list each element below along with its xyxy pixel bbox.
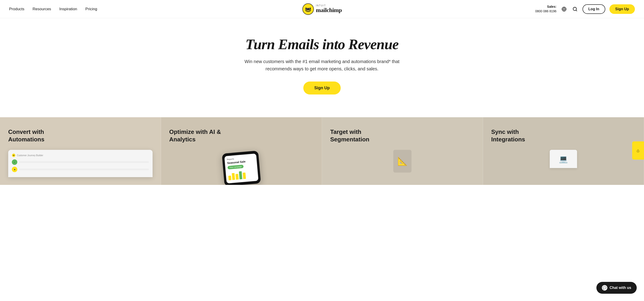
chart-bar-1	[228, 176, 232, 180]
feature-title-integrations: Sync with Integrations	[491, 128, 550, 143]
nav-right: Sales: 0800 086 8196 Log In Sign Up	[535, 4, 635, 14]
automation-step-2-icon: ★	[12, 167, 17, 172]
chart-bar-4	[239, 171, 242, 180]
nav-link-inspiration[interactable]: Inspiration	[59, 7, 77, 12]
automation-step-2-bar	[19, 168, 149, 170]
nav-link-resources[interactable]: Resources	[32, 7, 51, 12]
automation-step-1-icon: ✓	[12, 160, 17, 165]
segmentation-mockup: 📐	[330, 150, 474, 172]
features-section: Convert with Automations Customer Journe…	[0, 117, 644, 185]
globe-button[interactable]	[561, 6, 568, 12]
side-action-icon: ⌂	[637, 148, 640, 153]
ai-phone-mockup: Reports Seasonal Sale View campaign	[222, 151, 261, 185]
hero-section: Turn Emails into Revenue Win new custome…	[0, 18, 644, 117]
feature-card-integrations: Sync with Integrations 💻	[483, 117, 644, 185]
hero-title: Turn Emails into Revenue	[246, 36, 398, 52]
automations-mockup: Customer Journey Builder ✓ ★	[8, 150, 152, 177]
side-action-button[interactable]: ⌂	[632, 142, 644, 160]
svg-line-13	[576, 10, 577, 11]
integrations-icon: 💻	[550, 150, 577, 168]
nav-left: ProductsResourcesInspirationPricing	[9, 7, 97, 12]
mockup-logo-icon	[12, 154, 16, 157]
chart-bar-3	[236, 174, 239, 180]
automations-mockup-row2: ★	[12, 167, 149, 172]
sales-info: Sales: 0800 086 8196	[535, 4, 556, 14]
automation-step-1-bar	[19, 161, 149, 163]
nav-link-products[interactable]: Products	[9, 7, 24, 12]
login-button[interactable]: Log In	[582, 4, 605, 14]
feature-card-ai: Optimize with AI & Analytics Reports Sea…	[161, 117, 322, 185]
ai-phone-screen: Reports Seasonal Sale View campaign	[224, 154, 258, 184]
chart-bar-5	[243, 172, 246, 179]
feature-title-ai: Optimize with AI & Analytics	[169, 128, 228, 143]
ai-view-campaign-btn: View campaign	[228, 165, 244, 170]
globe-icon	[562, 6, 566, 12]
signup-hero-button[interactable]: Sign Up	[303, 82, 341, 94]
nav-link-pricing[interactable]: Pricing	[86, 7, 97, 12]
segmentation-icon: 📐	[393, 150, 412, 172]
hero-subtitle: Win new customers with the #1 email mark…	[242, 58, 402, 72]
logo-intuit: INTUIT	[316, 4, 326, 7]
svg-point-15	[13, 155, 14, 156]
ai-chart	[228, 169, 256, 180]
ai-phone-container: Reports Seasonal Sale View campaign	[169, 148, 314, 185]
integrations-mockup: 💻	[491, 150, 636, 168]
automations-mockup-title-text: Customer Journey Builder	[17, 154, 43, 157]
sales-label: Sales:	[547, 5, 556, 8]
feature-title-segmentation: Target with Segmentation	[330, 128, 390, 143]
svg-point-6	[307, 9, 307, 9]
nav-logo[interactable]: INTUIT mailchimp	[302, 3, 342, 15]
sales-number: 0800 086 8196	[535, 9, 556, 13]
mailchimp-logo-icon	[302, 3, 314, 15]
chart-bar-2	[232, 173, 235, 180]
search-icon	[572, 6, 578, 12]
logo-brand: mailchimp	[316, 7, 342, 14]
feature-title-automations: Convert with Automations	[8, 128, 68, 143]
signup-nav-button[interactable]: Sign Up	[610, 4, 635, 14]
search-button[interactable]	[572, 6, 578, 12]
automations-mockup-header: Customer Journey Builder	[12, 154, 149, 158]
feature-card-segmentation: Target with Segmentation 📐	[322, 117, 483, 185]
feature-card-automations: Convert with Automations Customer Journe…	[0, 117, 161, 185]
navigation: ProductsResourcesInspirationPricing INTU…	[0, 0, 644, 18]
automations-mockup-row1: ✓	[12, 160, 149, 165]
